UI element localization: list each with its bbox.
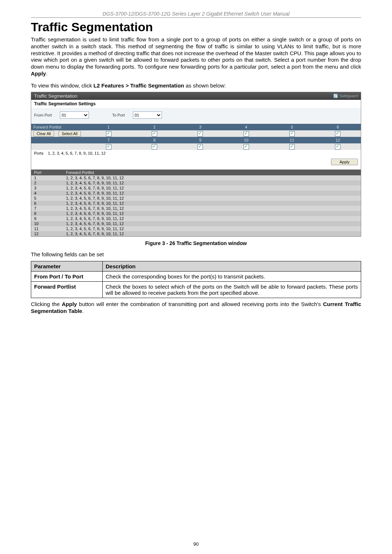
port-select-row: From Port 01 To Port 01 bbox=[34, 111, 358, 119]
port-10-checkbox[interactable] bbox=[244, 144, 249, 150]
table-row: 41, 2, 3, 4, 5, 6, 7, 8, 9, 10, 11, 12 bbox=[31, 191, 361, 196]
safeguard-text: Safeguard bbox=[339, 94, 358, 98]
from-port-label: From Port bbox=[34, 113, 52, 117]
table-row: 11, 2, 3, 4, 5, 6, 7, 8, 9, 10, 11, 12 bbox=[31, 175, 361, 180]
table-row: 31, 2, 3, 4, 5, 6, 7, 8, 9, 10, 11, 12 bbox=[31, 186, 361, 191]
table-row: 111, 2, 3, 4, 5, 6, 7, 8, 9, 10, 11, 12 bbox=[31, 226, 361, 231]
running-header: DGS-3700-12/DGS-3700-12G Series Layer 2 … bbox=[31, 11, 361, 18]
table-cell-port: 3 bbox=[31, 186, 63, 191]
col-5: 5 bbox=[269, 124, 315, 130]
settings-area: From Port 01 To Port 01 bbox=[31, 108, 361, 124]
table-cell-port: 9 bbox=[31, 216, 63, 221]
col-7: 7 bbox=[86, 137, 131, 143]
foot-apply: Apply bbox=[62, 301, 77, 307]
fwd-th-port: Port bbox=[31, 170, 63, 175]
nav-line: To view this window, click L2 Features >… bbox=[31, 82, 361, 89]
nav-post: as shown below: bbox=[184, 82, 226, 89]
nav-bold: L2 Features > Traffic Segmentation bbox=[94, 82, 184, 89]
table-cell-list: 1, 2, 3, 4, 5, 6, 7, 8, 9, 10, 11, 12 bbox=[63, 221, 361, 226]
col-10: 10 bbox=[223, 137, 269, 143]
col-4: 4 bbox=[223, 124, 269, 130]
port-6-checkbox[interactable] bbox=[335, 131, 340, 137]
port-8-checkbox[interactable] bbox=[152, 144, 157, 150]
screenshot-panel: Traffic Segmentation 🔄 Safeguard Traffic… bbox=[31, 92, 361, 237]
table-row: From Port / To PortCheck the correspondi… bbox=[31, 272, 361, 282]
parameter-table: Parameter Description From Port / To Por… bbox=[31, 261, 361, 298]
col-11: 11 bbox=[269, 137, 315, 143]
param-desc: Check the boxes to select which of the p… bbox=[103, 282, 361, 298]
table-cell-list: 1, 2, 3, 4, 5, 6, 7, 8, 9, 10, 11, 12 bbox=[63, 231, 361, 236]
port-3-checkbox[interactable] bbox=[197, 131, 203, 137]
table-row: 121, 2, 3, 4, 5, 6, 7, 8, 9, 10, 11, 12 bbox=[31, 231, 361, 236]
page-title: Traffic Segmentation bbox=[31, 20, 361, 34]
fields-line: The following fields can be set bbox=[31, 251, 361, 258]
param-name: From Port / To Port bbox=[31, 272, 103, 282]
table-row: 61, 2, 3, 4, 5, 6, 7, 8, 9, 10, 11, 12 bbox=[31, 201, 361, 206]
table-cell-list: 1, 2, 3, 4, 5, 6, 7, 8, 9, 10, 11, 12 bbox=[63, 216, 361, 221]
table-cell-list: 1, 2, 3, 4, 5, 6, 7, 8, 9, 10, 11, 12 bbox=[63, 206, 361, 211]
to-port-label: To Port bbox=[112, 113, 125, 117]
col-12: 12 bbox=[315, 137, 361, 143]
panel-title: Traffic Segmentation bbox=[34, 93, 77, 99]
foot-mid: button will enter the combination of tra… bbox=[77, 301, 323, 307]
port-2-checkbox[interactable] bbox=[152, 131, 157, 137]
figure-caption: Figure 3 - 26 Traffic Segmentation windo… bbox=[31, 240, 361, 246]
apply-row: Apply bbox=[31, 156, 361, 170]
col-8: 8 bbox=[131, 137, 177, 143]
port-12-checkbox[interactable] bbox=[335, 144, 340, 150]
table-cell-port: 8 bbox=[31, 211, 63, 216]
ports-label: Ports bbox=[34, 151, 44, 155]
panel-titlebar: Traffic Segmentation 🔄 Safeguard bbox=[31, 92, 361, 100]
port-7-checkbox[interactable] bbox=[106, 144, 111, 150]
fwd-th-list: Forward Portlist bbox=[63, 170, 361, 175]
col-1: 1 bbox=[86, 124, 131, 130]
ports-summary: Ports 1, 2, 3, 4, 5, 6, 7, 8, 9, 10, 11,… bbox=[31, 150, 361, 156]
table-row: Forward PortlistCheck the boxes to selec… bbox=[31, 282, 361, 298]
footer-paragraph: Clicking the Apply button will enter the… bbox=[31, 301, 361, 315]
param-th-parameter: Parameter bbox=[31, 261, 103, 272]
table-cell-port: 4 bbox=[31, 191, 63, 196]
table-cell-list: 1, 2, 3, 4, 5, 6, 7, 8, 9, 10, 11, 12 bbox=[63, 175, 361, 180]
table-row: 101, 2, 3, 4, 5, 6, 7, 8, 9, 10, 11, 12 bbox=[31, 221, 361, 226]
table-row: 81, 2, 3, 4, 5, 6, 7, 8, 9, 10, 11, 12 bbox=[31, 211, 361, 216]
forward-portlist-label: Forward Portlist bbox=[31, 124, 86, 130]
table-row: 21, 2, 3, 4, 5, 6, 7, 8, 9, 10, 11, 12 bbox=[31, 180, 361, 186]
apply-button[interactable]: Apply bbox=[331, 159, 358, 165]
port-5-checkbox[interactable] bbox=[289, 131, 295, 137]
table-cell-list: 1, 2, 3, 4, 5, 6, 7, 8, 9, 10, 11, 12 bbox=[63, 186, 361, 191]
table-cell-list: 1, 2, 3, 4, 5, 6, 7, 8, 9, 10, 11, 12 bbox=[63, 180, 361, 186]
ports-value: 1, 2, 3, 4, 5, 6, 7, 8, 9, 10, 11, 12 bbox=[48, 151, 106, 155]
intro-text: Traffic segmentation is used to limit tr… bbox=[31, 36, 361, 70]
col-6: 6 bbox=[315, 124, 361, 130]
intro-paragraph: Traffic segmentation is used to limit tr… bbox=[31, 36, 361, 77]
table-cell-port: 11 bbox=[31, 226, 63, 231]
foot-post: . bbox=[82, 308, 83, 314]
port-11-checkbox[interactable] bbox=[289, 144, 295, 150]
param-name: Forward Portlist bbox=[31, 282, 103, 298]
clear-all-button[interactable]: Clear All bbox=[33, 131, 54, 137]
nav-pre: To view this window, click bbox=[31, 82, 94, 89]
table-cell-port: 7 bbox=[31, 206, 63, 211]
table-cell-list: 1, 2, 3, 4, 5, 6, 7, 8, 9, 10, 11, 12 bbox=[63, 201, 361, 206]
table-row: 71, 2, 3, 4, 5, 6, 7, 8, 9, 10, 11, 12 bbox=[31, 206, 361, 211]
param-desc: Check the corresponding boxes for the po… bbox=[103, 272, 361, 282]
to-port-select[interactable]: 01 bbox=[133, 111, 162, 119]
select-all-button[interactable]: Select All bbox=[58, 131, 81, 137]
foot-pre: Clicking the bbox=[31, 301, 62, 307]
table-cell-port: 2 bbox=[31, 180, 63, 186]
port-4-checkbox[interactable] bbox=[244, 131, 249, 137]
from-port-select[interactable]: 01 bbox=[60, 111, 89, 119]
forward-table: Port Forward Portlist 11, 2, 3, 4, 5, 6,… bbox=[31, 170, 361, 236]
col-3: 3 bbox=[177, 124, 223, 130]
table-cell-port: 10 bbox=[31, 221, 63, 226]
table-cell-list: 1, 2, 3, 4, 5, 6, 7, 8, 9, 10, 11, 12 bbox=[63, 226, 361, 231]
table-cell-port: 6 bbox=[31, 201, 63, 206]
table-row: 91, 2, 3, 4, 5, 6, 7, 8, 9, 10, 11, 12 bbox=[31, 216, 361, 221]
port-9-checkbox[interactable] bbox=[197, 144, 203, 150]
param-th-description: Description bbox=[103, 261, 361, 272]
table-cell-port: 12 bbox=[31, 231, 63, 236]
table-cell-list: 1, 2, 3, 4, 5, 6, 7, 8, 9, 10, 11, 12 bbox=[63, 191, 361, 196]
safeguard-label: 🔄 Safeguard bbox=[333, 94, 358, 98]
port-1-checkbox[interactable] bbox=[106, 131, 111, 137]
col-9: 9 bbox=[177, 137, 223, 143]
